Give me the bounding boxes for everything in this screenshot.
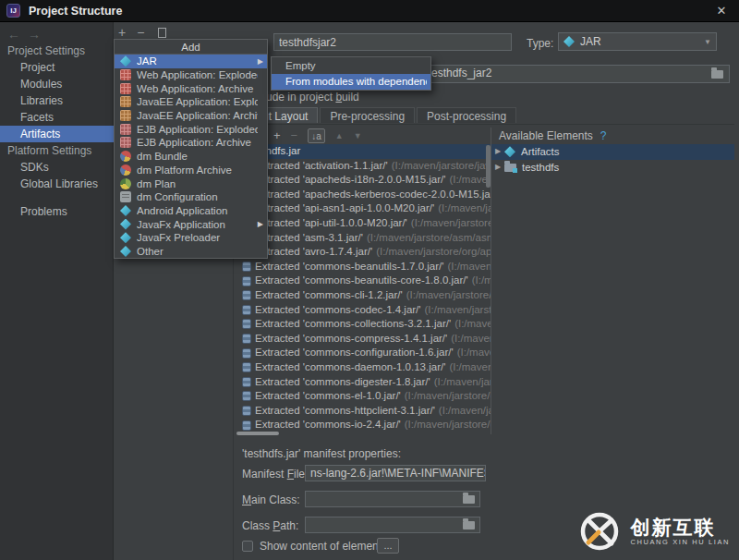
extracted-jar-node[interactable]: Extracted 'apacheds-i18n-2.0.0-M15.jar/'… <box>234 173 491 188</box>
copy-artifact-button[interactable] <box>158 28 166 38</box>
back-icon[interactable]: ← <box>7 27 28 42</box>
extracted-jar-node[interactable]: Extracted 'activation-1.1.jar/' (I:/mave… <box>234 159 491 174</box>
move-down-button[interactable]: ▼ <box>354 129 362 142</box>
manifest-file-label: Manifest File: <box>242 468 308 481</box>
sidebar-item[interactable]: Artifacts <box>0 126 114 142</box>
history-nav: ←→ <box>7 27 48 42</box>
extracted-jar-node[interactable]: Extracted 'commons-beanutils-1.7.0.jar/'… <box>234 260 491 274</box>
extracted-jar-icon <box>242 377 251 387</box>
more-options-button[interactable]: ... <box>377 538 399 554</box>
show-content-row: Show content of elements <box>242 540 387 553</box>
expand-chevron-icon[interactable]: ▶ <box>491 144 504 160</box>
sidebar-section-project-settings: Project Settings <box>0 43 114 59</box>
sidebar-item[interactable]: Problems <box>0 203 114 220</box>
add-context-menu: Add JAR ▶ Web Application: Exploded ▶ We… <box>114 39 268 259</box>
jar-submenu: Empty From modules with dependencies... <box>271 56 431 91</box>
extracted-jar-node[interactable]: Extracted 'commons-collections-3.2.1.jar… <box>234 317 491 332</box>
add-menu-item[interactable]: dm Plan ▶ <box>115 177 267 190</box>
move-up-button[interactable]: ▲ <box>335 129 344 142</box>
extracted-jar-node[interactable]: Extracted 'api-asn1-api-1.0.0-M20.jar/' … <box>234 201 491 216</box>
class-path-field[interactable] <box>305 517 480 533</box>
add-menu-item[interactable]: Other ▶ <box>115 245 267 259</box>
intellij-logo-icon: IJ <box>6 4 20 18</box>
extracted-jar-node[interactable]: Extracted 'commons-compress-1.4.1.jar/' … <box>234 332 491 347</box>
extracted-jar-node[interactable]: Extracted 'commons-httpclient-3.1.jar/' … <box>234 404 491 419</box>
artifact-name-input[interactable] <box>273 33 512 51</box>
help-icon[interactable]: ? <box>600 129 607 142</box>
artifacts-toolbar: + − <box>118 25 166 40</box>
add-menu-item[interactable]: EJB Application: Exploded ▶ <box>115 122 267 136</box>
browse-folder-icon[interactable] <box>711 70 723 79</box>
add-menu-item[interactable]: Android Application ▶ <box>115 204 267 218</box>
available-element-node[interactable]: ▶ Artifacts <box>491 144 734 160</box>
extracted-jar-node[interactable]: Extracted 'commons-beanutils-core-1.8.0.… <box>234 274 491 288</box>
type-label: Type: <box>527 37 553 50</box>
artifact-type-icon <box>120 246 131 257</box>
browse-folder-icon[interactable] <box>463 495 475 504</box>
expand-chevron-icon[interactable]: ▶ <box>491 160 504 176</box>
editor-tabs: Output LayoutPre-processingPost-processi… <box>228 107 516 123</box>
add-menu-item[interactable]: dm Configuration ▶ <box>115 190 267 204</box>
extracted-jar-node[interactable]: Extracted 'commons-configuration-1.6.jar… <box>234 346 491 360</box>
output-layout-tree: testhdfs.jar Extracted 'activation-1.1.j… <box>234 144 491 434</box>
editor-tab[interactable]: Post-processing <box>417 107 516 123</box>
remove-artifact-button[interactable]: − <box>137 26 144 39</box>
extracted-jar-node[interactable]: Extracted 'commons-el-1.0.jar/' (I:/mave… <box>234 389 491 404</box>
jar-submenu-item[interactable]: From modules with dependencies... <box>272 74 430 91</box>
sidebar-item[interactable]: SDKs <box>0 159 114 176</box>
tabs-underline <box>234 124 734 125</box>
artifact-root-node[interactable]: testhdfs.jar <box>234 144 491 159</box>
watermark: 创新互联 CHUANG XIN HU LIAN <box>578 510 730 553</box>
add-menu-item[interactable]: Web Application: Exploded ▶ <box>115 68 267 82</box>
manifest-file-field[interactable]: ns-lang-2.6.jar!\META-INF\MANIFEST.MF <box>305 465 486 481</box>
extracted-jar-icon <box>242 290 251 300</box>
forward-icon[interactable]: → <box>28 27 48 42</box>
sidebar-item[interactable]: Modules <box>0 76 114 92</box>
extracted-jar-node[interactable]: Extracted 'commons-codec-1.4.jar/' (I:/m… <box>234 303 491 318</box>
sidebar-item[interactable]: Facets <box>0 109 114 126</box>
sidebar-item[interactable]: Project <box>0 59 114 76</box>
editor-tab[interactable]: Pre-processing <box>320 107 415 123</box>
add-artifact-button[interactable]: + <box>118 26 126 39</box>
sidebar-item[interactable]: Libraries <box>0 92 114 109</box>
show-content-checkbox[interactable] <box>242 541 253 552</box>
sort-elements-button[interactable]: ↓a <box>308 128 325 143</box>
extracted-jar-node[interactable]: Extracted 'asm-3.1.jar/' (I:/maven/jarst… <box>234 231 491 246</box>
extracted-jar-node[interactable]: Extracted 'api-util-1.0.0-M20.jar/' (I:/… <box>234 216 491 231</box>
extracted-jar-node[interactable]: Extracted 'apacheds-kerberos-codec-2.0.0… <box>234 188 491 202</box>
artifact-type-icon <box>120 219 131 230</box>
main-class-field[interactable] <box>305 491 480 507</box>
sidebar-list: Project Settings ProjectModulesLibraries… <box>0 43 114 220</box>
sidebar-section-platform-settings: Platform Settings <box>0 142 114 159</box>
add-menu-item[interactable]: Web Application: Archive ▶ <box>115 81 267 95</box>
extracted-jar-node[interactable]: Extracted 'avro-1.7.4.jar/' (I:/maven/ja… <box>234 245 491 260</box>
sidebar-item[interactable]: Global Libraries <box>0 176 114 192</box>
add-menu-item[interactable]: JavaEE Application: Exploded ▶ <box>115 95 267 109</box>
add-menu-item[interactable]: dm Bundle ▶ <box>115 150 267 164</box>
class-path-label: Class Path: <box>242 519 298 532</box>
extracted-jar-node[interactable]: Extracted 'commons-daemon-1.0.13.jar/' (… <box>234 360 491 375</box>
add-menu-item[interactable]: EJB Application: Archive ▶ <box>115 136 267 150</box>
available-element-node[interactable]: ▶ testhdfs <box>491 160 734 176</box>
horizontal-scrollbar[interactable] <box>236 432 279 435</box>
artifact-type-icon <box>120 178 131 189</box>
extracted-jar-icon <box>242 362 251 372</box>
browse-folder-icon[interactable] <box>463 521 475 530</box>
remove-element-button[interactable]: − <box>291 129 298 142</box>
add-menu-item[interactable]: dm Platform Archive ▶ <box>115 164 267 177</box>
add-element-button[interactable]: + <box>273 129 281 142</box>
extracted-jar-node[interactable]: Extracted 'commons-digester-1.8.jar/' (I… <box>234 375 491 390</box>
extracted-jar-node[interactable]: Extracted 'commons-cli-1.2.jar/' (I:/mav… <box>234 288 491 303</box>
jar-submenu-item[interactable]: Empty <box>272 57 430 74</box>
close-icon[interactable]: ✕ <box>713 3 730 19</box>
add-menu-item[interactable]: JavaFx Preloader ▶ <box>115 231 267 245</box>
extracted-jar-node[interactable]: Extracted 'commons-io-2.4.jar/' (I:/mave… <box>234 418 491 432</box>
artifact-type-select[interactable]: JAR ▼ <box>558 32 717 51</box>
jar-type-icon <box>563 36 575 47</box>
extracted-jar-icon <box>242 348 251 359</box>
add-menu-item[interactable]: JavaFx Application ▶ <box>115 217 267 231</box>
add-menu-item[interactable]: JAR ▶ <box>115 55 267 68</box>
extracted-jar-icon <box>242 276 251 286</box>
add-menu-item[interactable]: JavaEE Application: Archive ▶ <box>115 109 267 123</box>
available-elements-header: Available Elements? <box>499 129 607 142</box>
